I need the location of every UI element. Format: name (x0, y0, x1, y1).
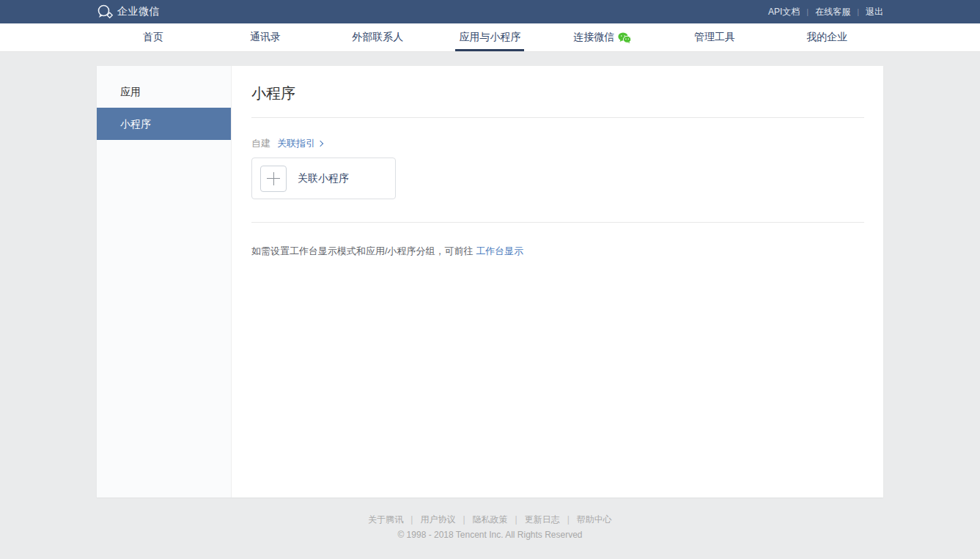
topbar-link-online-support[interactable]: 在线客服 (815, 6, 850, 18)
brand-logo[interactable]: 企业微信 (97, 4, 160, 19)
content-card: 应用 小程序 小程序 自建 关联指引 关联小程序 如需设置工作台显示模式和应用/… (97, 66, 883, 497)
workbench-tip: 如需设置工作台显示模式和应用/小程序分组，可前往 工作台显示 (251, 245, 864, 258)
topbar: 企业微信 API文档 | 在线客服 | 退出 (0, 0, 980, 23)
divider (251, 222, 864, 223)
separator: | (463, 514, 465, 525)
tab-contacts[interactable]: 通讯录 (209, 23, 321, 51)
tab-apps-miniprograms[interactable]: 应用与小程序 (434, 23, 546, 51)
main-content: 小程序 自建 关联指引 关联小程序 如需设置工作台显示模式和应用/小程序分组，可… (232, 66, 883, 497)
brand-name: 企业微信 (117, 5, 160, 18)
footer-link-help-center[interactable]: 帮助中心 (577, 514, 612, 525)
separator: | (410, 514, 413, 525)
topbar-link-logout[interactable]: 退出 (866, 6, 883, 18)
footer-link-about-tencent[interactable]: 关于腾讯 (368, 514, 403, 525)
main-nav: 首页 通讯录 外部联系人 应用与小程序 连接微信 (0, 23, 980, 52)
footer-link-user-agreement[interactable]: 用户协议 (420, 514, 455, 525)
footer-link-changelog[interactable]: 更新日志 (525, 514, 560, 525)
sidebar: 应用 小程序 (97, 66, 232, 497)
footer: 关于腾讯|用户协议|隐私政策|更新日志|帮助中心 © 1998 - 2018 T… (0, 497, 980, 540)
sidebar-item-apps[interactable]: 应用 (97, 75, 231, 108)
separator: | (806, 7, 808, 16)
copyright: © 1998 - 2018 Tencent Inc. All Rights Re… (0, 530, 980, 540)
separator: | (515, 514, 517, 525)
tab-home[interactable]: 首页 (97, 23, 209, 51)
page-body: 应用 小程序 小程序 自建 关联指引 关联小程序 如需设置工作台显示模式和应用/… (0, 52, 980, 540)
tab-external-contacts[interactable]: 外部联系人 (322, 23, 434, 51)
footer-link-privacy-policy[interactable]: 隐私政策 (473, 514, 508, 525)
divider (251, 117, 864, 118)
wework-bubble-icon (97, 4, 114, 19)
sidebar-item-miniprograms[interactable]: 小程序 (97, 108, 231, 140)
footer-links: 关于腾讯|用户协议|隐私政策|更新日志|帮助中心 (0, 514, 980, 526)
chevron-right-icon (317, 141, 323, 147)
separator: | (567, 514, 570, 525)
guide-link[interactable]: 关联指引 (277, 137, 323, 150)
workbench-display-link[interactable]: 工作台显示 (476, 245, 523, 256)
plus-icon (260, 166, 287, 192)
add-miniprogram-button[interactable]: 关联小程序 (251, 158, 396, 199)
add-miniprogram-label: 关联小程序 (298, 172, 349, 185)
topbar-links: API文档 | 在线客服 | 退出 (768, 6, 883, 18)
page-title: 小程序 (251, 83, 864, 103)
topbar-link-api-docs[interactable]: API文档 (768, 6, 800, 18)
section-label-self-built: 自建 (251, 137, 270, 150)
tab-my-company[interactable]: 我的企业 (771, 23, 883, 51)
tab-connect-wechat[interactable]: 连接微信 (546, 23, 658, 51)
tab-admin-tools[interactable]: 管理工具 (658, 23, 770, 51)
section-row: 自建 关联指引 (251, 137, 864, 150)
separator: | (857, 7, 859, 16)
wechat-icon (618, 32, 631, 43)
